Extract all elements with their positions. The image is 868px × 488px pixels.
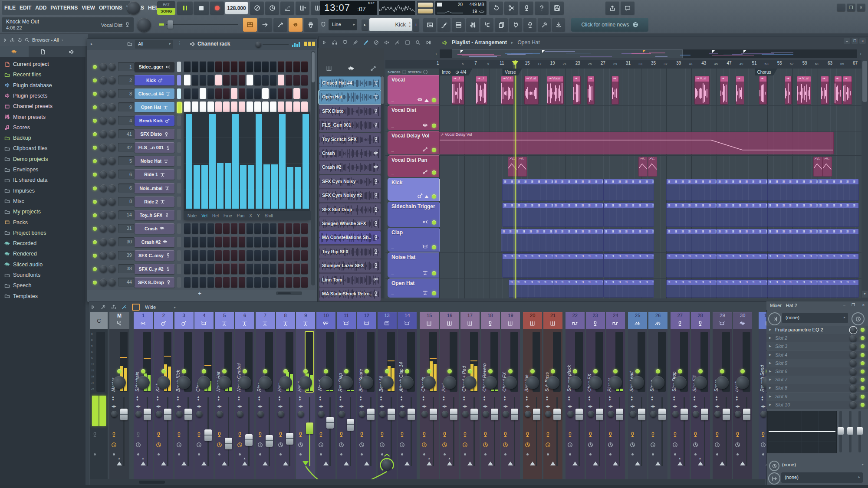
browser-item-clipboard-files[interactable]: Clipboard files — [4, 143, 85, 154]
picker-item-toy-rip-sfx[interactable]: Toy Rip SFX — [319, 245, 381, 259]
step-cell[interactable] — [247, 61, 253, 72]
mixer-master-header[interactable]: M — [109, 312, 129, 329]
strip-clock-icon[interactable] — [503, 442, 508, 448]
strip-mute-speaker-icon[interactable] — [608, 432, 613, 437]
mixer-strip-sub-bass[interactable]: Sub Bass▲ ▼◀▶ — [543, 329, 562, 479]
step-cell[interactable] — [247, 102, 253, 112]
pattern-clip[interactable]: Ǝ Ǝ Ǝ Ǝ Ǝ Ǝ Ǝ Ǝ Ǝ Ǝ — [767, 179, 818, 201]
browser-item-channel-presets[interactable]: Channel presets — [4, 101, 85, 111]
pan-lr-icon[interactable]: ◀▶ — [525, 405, 530, 408]
picker-item-ma-constellations-sh-[interactable]: MA Constellations Sh.. — [319, 231, 381, 245]
channel-enable-led[interactable] — [93, 119, 97, 123]
step-cell[interactable] — [286, 250, 292, 261]
step-cell[interactable] — [270, 263, 276, 274]
stereo-sep-icon[interactable]: ▲ ▼ — [197, 395, 200, 401]
channel-volume-knob[interactable] — [108, 76, 116, 84]
step-cell[interactable] — [200, 263, 206, 274]
step-cell[interactable] — [270, 277, 276, 288]
browser-item-recent-files[interactable]: Recent files — [4, 69, 85, 80]
step-cell[interactable] — [184, 250, 191, 261]
playlist-tool-brush-icon[interactable] — [363, 40, 369, 45]
route-to-arrow[interactable] — [508, 462, 513, 465]
audio-clip[interactable]: ⇥ — [573, 76, 581, 105]
channel-pan-knob[interactable] — [100, 184, 107, 192]
channel-mixer-track-number[interactable]: 4 — [118, 116, 135, 125]
browser-item-scores[interactable]: Scores — [4, 122, 85, 133]
step-cell[interactable] — [262, 61, 269, 72]
step-cell[interactable] — [301, 223, 308, 234]
step-cell[interactable] — [254, 61, 261, 72]
playlist-track-header-clap[interactable]: Clap... — [388, 228, 439, 252]
strip-mute-speaker-icon[interactable] — [630, 432, 635, 437]
strip-mute-speaker-icon[interactable] — [111, 432, 117, 437]
route-to-arrow[interactable] — [323, 462, 329, 465]
stereo-sep-icon[interactable]: ▲ ▼ — [483, 395, 486, 401]
browser-item-speech[interactable]: Speech — [4, 280, 85, 291]
online-news-button[interactable]: Click for online news — [571, 18, 648, 32]
step-cell[interactable] — [215, 236, 222, 247]
sep-knob[interactable] — [359, 411, 365, 417]
slot-enable-led[interactable] — [861, 386, 865, 390]
copy-view-button[interactable] — [495, 18, 508, 32]
route-to-arrow[interactable] — [181, 462, 187, 465]
step-cell[interactable] — [223, 236, 230, 247]
step-cell[interactable] — [231, 88, 237, 99]
browser-item-demo-projects[interactable]: Demo projects — [4, 154, 85, 164]
step-cell[interactable] — [301, 102, 308, 112]
pan-lr-icon[interactable]: ◀▶ — [715, 405, 720, 408]
channel-selector-indicator[interactable] — [177, 88, 181, 99]
playlist-view-button[interactable] — [423, 18, 436, 32]
sep-knob[interactable] — [503, 411, 509, 417]
record-button[interactable] — [210, 1, 224, 15]
step-cell[interactable] — [215, 223, 222, 234]
rack-scrollbar[interactable] — [311, 51, 315, 285]
step-cell[interactable] — [254, 88, 261, 99]
strip-led[interactable] — [344, 369, 349, 373]
step-cell[interactable] — [270, 102, 276, 112]
slot-mix-knob[interactable] — [850, 385, 857, 392]
step-cell[interactable] — [254, 263, 261, 274]
channel-enable-led[interactable] — [93, 132, 97, 136]
slot-enable-led[interactable] — [861, 361, 865, 365]
slot-mix-knob[interactable] — [850, 360, 857, 367]
graph-tab-rel[interactable]: Rel — [212, 213, 219, 218]
sep-knob[interactable] — [525, 411, 531, 417]
track-options[interactable]: ... — [391, 195, 394, 199]
strip-mute-speaker-icon[interactable] — [442, 432, 447, 437]
fader-track[interactable] — [494, 397, 495, 466]
strip-clock-icon[interactable] — [630, 442, 635, 448]
sep-knob[interactable] — [545, 411, 552, 417]
channel-pan-knob[interactable] — [100, 90, 107, 97]
route-to-arrow[interactable] — [593, 462, 598, 465]
pattern-clip[interactable]: Ǝ Ǝ Ǝ Ǝ Ǝ Ǝ Ǝ Ǝ Ǝ Ǝ — [502, 179, 553, 201]
window-close-button[interactable]: × — [857, 3, 865, 11]
pan-lr-icon[interactable]: ◀▶ — [112, 405, 116, 408]
stop-button[interactable] — [194, 1, 209, 15]
step-cell[interactable] — [270, 236, 276, 247]
countdown-button[interactable] — [280, 1, 294, 15]
step-cell[interactable] — [231, 75, 237, 85]
step-cell[interactable] — [192, 61, 198, 72]
channel-button-close-at-4[interactable]: Close..at #4 — [135, 88, 174, 99]
step-cell[interactable] — [207, 250, 214, 261]
step-cell[interactable] — [223, 102, 230, 112]
stereo-sep-icon[interactable]: ▲ ▼ — [380, 395, 383, 401]
plugin-rack-titlebar[interactable]: Mixer - Hat 2–❐× — [766, 301, 868, 310]
slot-expand-arrow[interactable]: ▶ — [769, 370, 771, 373]
step-cell[interactable] — [239, 75, 245, 85]
strip-mute-speaker-icon[interactable] — [714, 432, 720, 437]
loop-record-button[interactable] — [296, 1, 309, 15]
plugin-rack-minimize-button[interactable]: – — [843, 303, 845, 307]
track-options[interactable]: ... — [391, 246, 394, 250]
channel-volume-knob[interactable] — [108, 63, 116, 70]
velocity-bar[interactable] — [209, 114, 216, 209]
browser-item-current-project[interactable]: Current project — [4, 59, 85, 69]
channel-mixer-track-number[interactable]: 41 — [118, 129, 135, 138]
mixer-strip-chord-fx[interactable]: Chord FX▲ ▼◀▶ — [501, 329, 520, 479]
channel-button-fls-n-001[interactable]: FLS_..n 001 — [135, 142, 174, 153]
step-cell[interactable] — [192, 263, 198, 274]
track-mute-led[interactable] — [432, 220, 436, 225]
browser-item-rendered[interactable]: Rendered — [4, 249, 85, 259]
route-to-arrow[interactable] — [161, 462, 166, 465]
step-cell[interactable] — [192, 277, 198, 288]
